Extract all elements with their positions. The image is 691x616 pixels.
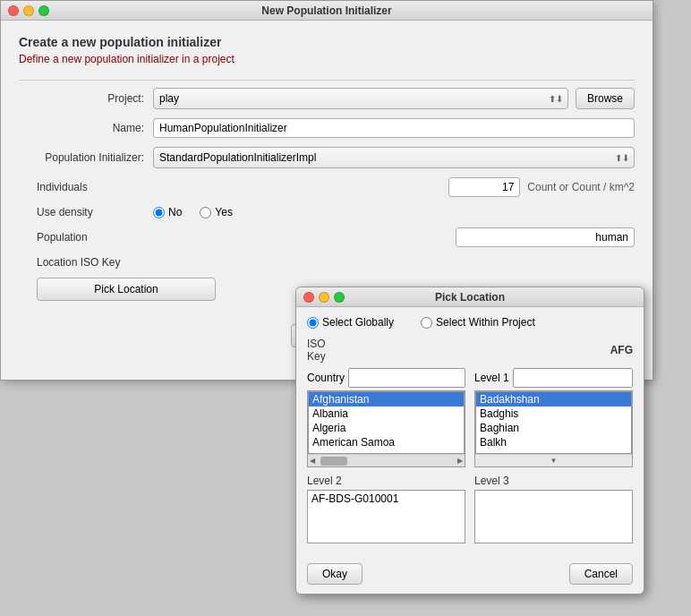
name-input[interactable] — [153, 118, 635, 138]
radio-no-input[interactable] — [153, 207, 165, 218]
list-item[interactable]: American Samoa — [309, 435, 464, 449]
main-title-bar: New Population Initializer — [1, 1, 653, 21]
close-button[interactable] — [8, 5, 19, 16]
select-within-project-label: Select Within Project — [436, 316, 535, 329]
level1-scroll-indicator: ▼ — [475, 454, 632, 466]
browse-button[interactable]: Browse — [576, 88, 635, 109]
level2-label: Level 2 — [307, 475, 465, 487]
level2-level3-row: Level 2 AF-BDS-G010001 Level 3 — [307, 475, 633, 543]
select-globally-label: Select Globally — [322, 316, 394, 329]
level1-label: Level 1 — [474, 372, 509, 384]
population-initializer-row: Population Initializer: StandardPopulati… — [19, 147, 635, 168]
dialog-minimize-button[interactable] — [319, 292, 329, 303]
radio-yes[interactable]: Yes — [200, 206, 233, 218]
okay-button[interactable]: Okay — [307, 563, 363, 585]
select-globally-radio[interactable]: Select Globally — [307, 316, 394, 329]
radio-yes-input[interactable] — [200, 207, 211, 218]
individuals-unit: Count or Count / km^2 — [527, 181, 635, 193]
country-input-row: Country — [307, 368, 465, 388]
scroll-left-arrow[interactable]: ◀ — [308, 457, 317, 465]
name-row: Name: — [19, 118, 635, 138]
population-input-wrapper — [153, 227, 635, 247]
list-item[interactable]: Balkh — [476, 435, 631, 449]
level1-list-container: Badakhshan Badghis Baghian Balkh ▼ — [474, 390, 633, 467]
pick-location-button[interactable]: Pick Location — [37, 278, 216, 301]
list-item[interactable]: Albania — [309, 406, 464, 421]
country-input[interactable] — [348, 368, 465, 388]
country-h-scroll[interactable]: ◀ ▶ — [308, 454, 465, 466]
header-title: Create a new population initializer — [19, 35, 635, 49]
list-item[interactable]: Afghanistan — [309, 392, 464, 406]
window-title: New Population Initializer — [261, 4, 391, 17]
population-row: Population — [19, 227, 635, 247]
project-label: Project: — [19, 92, 153, 105]
subtitle-end: in a project — [179, 53, 235, 65]
individuals-label: Individuals — [19, 181, 153, 193]
radio-no-label: No — [168, 206, 182, 218]
project-row: Project: play ⬆⬇ Browse — [19, 88, 635, 109]
cancel-button[interactable]: Cancel — [569, 563, 633, 585]
population-label: Population — [19, 231, 153, 244]
name-label: Name: — [19, 122, 153, 134]
dialog-radio-row: Select Globally Select Within Project — [307, 316, 633, 329]
use-density-label: Use density — [19, 206, 153, 218]
dialog-traffic-lights — [303, 292, 345, 303]
dialog-title-bar: Pick Location — [296, 287, 644, 307]
list-item[interactable]: Algeria — [309, 421, 464, 435]
level3-list[interactable] — [474, 490, 633, 543]
country-list-container: Afghanistan Albania Algeria American Sam… — [307, 390, 465, 467]
minimize-button[interactable] — [23, 5, 34, 16]
select-globally-input[interactable] — [307, 317, 319, 329]
scroll-right-arrow[interactable]: ▶ — [456, 457, 465, 465]
dialog-title: Pick Location — [435, 291, 505, 304]
traffic-lights — [8, 5, 49, 16]
iso-key-value: AFG — [610, 344, 633, 356]
dialog-content: Select Globally Select Within Project IS… — [296, 307, 644, 556]
use-density-row: Use density No Yes — [19, 206, 635, 218]
level1-col: Level 1 Badakhshan Badghis Baghian Balkh… — [474, 368, 633, 467]
radio-yes-label: Yes — [215, 206, 233, 218]
level1-list[interactable]: Badakhshan Badghis Baghian Balkh — [475, 391, 632, 454]
individuals-input-wrapper — [153, 177, 520, 197]
population-input[interactable] — [456, 227, 635, 247]
scroll-thumb — [320, 457, 347, 466]
country-level1-header-row: Country Afghanistan Albania Algeria Amer… — [307, 368, 633, 467]
list-item[interactable]: Badakhshan — [476, 392, 631, 406]
list-item[interactable]: AF-BDS-G010001 — [308, 491, 465, 507]
level3-col: Level 3 — [474, 475, 633, 543]
list-item[interactable]: Badghis — [476, 406, 631, 421]
population-initializer-label: Population Initializer: — [19, 151, 153, 164]
density-radio-group: No Yes — [153, 206, 233, 218]
project-select-wrapper: play ⬆⬇ — [153, 88, 568, 109]
scroll-track — [319, 457, 454, 466]
level1-input[interactable] — [513, 368, 633, 388]
population-initializer-select[interactable]: StandardPopulationInitializerImpl — [153, 147, 635, 168]
location-iso-label: Location ISO Key — [19, 256, 153, 269]
level3-label: Level 3 — [474, 475, 633, 487]
country-label: Country — [307, 372, 345, 384]
pick-location-dialog: Pick Location Select Globally Select Wit… — [295, 287, 644, 595]
dialog-close-button[interactable] — [303, 292, 314, 303]
level2-list[interactable]: AF-BDS-G010001 — [307, 490, 465, 543]
separator-1 — [19, 80, 635, 81]
individuals-input[interactable] — [448, 177, 520, 197]
subtitle-highlight: initializer — [137, 53, 179, 65]
maximize-button[interactable] — [38, 5, 49, 16]
subtitle-plain: Define a new population — [19, 53, 137, 65]
level1-input-row: Level 1 — [474, 368, 633, 388]
project-select[interactable]: play — [153, 88, 568, 109]
list-item[interactable]: Baghian — [476, 421, 631, 435]
radio-no[interactable]: No — [153, 206, 182, 218]
select-within-project-radio[interactable]: Select Within Project — [421, 316, 535, 329]
location-iso-row: Location ISO Key — [19, 256, 635, 269]
level2-col: Level 2 AF-BDS-G010001 — [307, 475, 465, 543]
dialog-maximize-button[interactable] — [334, 292, 345, 303]
population-initializer-select-wrapper: StandardPopulationInitializerImpl ⬆⬇ — [153, 147, 635, 168]
header-subtitle: Define a new population initializer in a… — [19, 53, 635, 65]
country-list[interactable]: Afghanistan Albania Algeria American Sam… — [308, 391, 465, 454]
country-col: Country Afghanistan Albania Algeria Amer… — [307, 368, 465, 467]
select-within-project-input[interactable] — [421, 317, 432, 329]
iso-row: ISO Key AFG — [307, 338, 633, 363]
individuals-row: Individuals Count or Count / km^2 — [19, 177, 635, 197]
iso-key-label: ISO Key — [307, 338, 343, 363]
